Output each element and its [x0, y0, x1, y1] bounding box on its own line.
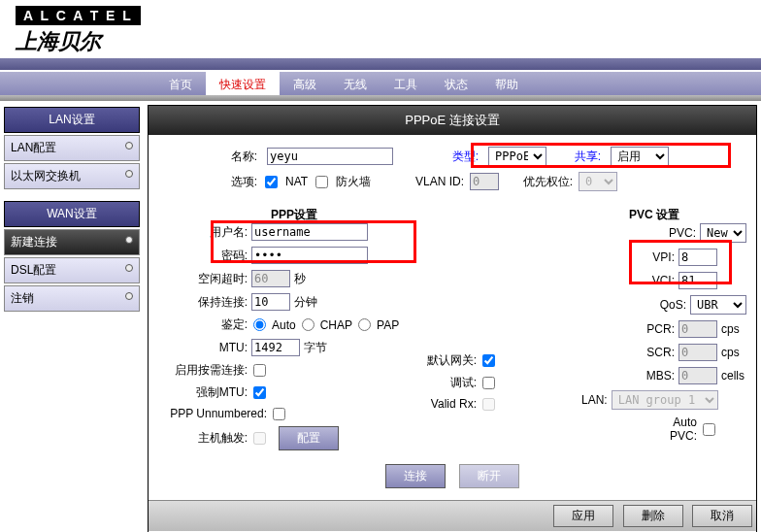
footer-bar: 应用 删除 取消 — [149, 500, 756, 531]
priority-label: 优先权位: — [505, 174, 573, 190]
ppp-head: PPP设置 — [158, 207, 381, 223]
name-input[interactable] — [267, 148, 393, 165]
sidebar-item-label: DSL配置 — [11, 263, 56, 277]
share-select[interactable]: 启用 — [611, 147, 669, 166]
type-label: 类型: — [403, 149, 479, 165]
sidebar-item-dsl-config[interactable]: DSL配置 — [4, 257, 140, 283]
type-select[interactable]: PPPoE — [488, 147, 546, 166]
logo-cn: 上海贝尔 — [16, 27, 745, 56]
sidebar-head-lan: LAN设置 — [4, 107, 140, 133]
sidebar: LAN设置 LAN配置 以太网交换机 WAN设置 新建连接 DSL配置 注销 — [0, 101, 144, 532]
validrx-checkbox — [482, 398, 495, 411]
header: A L C A T E L 上海贝尔 — [0, 0, 761, 58]
sidebar-head-wan: WAN设置 — [4, 201, 140, 227]
username-input[interactable] — [251, 223, 368, 241]
auth-chap-label: CHAP — [320, 318, 352, 332]
idle-unit: 秒 — [294, 271, 306, 287]
name-label: 名称: — [158, 149, 257, 165]
debug-label: 调试: — [399, 375, 477, 391]
config-button[interactable]: 配置 — [279, 426, 339, 450]
nav-quick-setup[interactable]: 快速设置 — [206, 72, 280, 95]
hosttrig-label: 主机触发: — [158, 430, 248, 447]
auth-auto-label: Auto — [272, 318, 296, 332]
sidebar-item-logout[interactable]: 注销 — [4, 285, 140, 312]
nav-status[interactable]: 状态 — [431, 72, 481, 95]
auth-label: 鉴定: — [158, 316, 248, 333]
scr-label: SCR: — [646, 346, 675, 359]
sidebar-item-label: 新建连接 — [11, 235, 57, 249]
auth-auto-radio[interactable] — [253, 318, 266, 331]
pcr-unit: cps — [721, 322, 746, 336]
firewall-label: 防火墙 — [336, 174, 371, 190]
mtu-input[interactable] — [251, 339, 300, 356]
unnum-checkbox[interactable] — [273, 408, 285, 420]
lan-label: LAN: — [581, 393, 608, 407]
side-dot-icon — [125, 264, 133, 272]
navbar: 首页 快速设置 高级 无线 工具 状态 帮助 — [0, 70, 761, 95]
defgw-checkbox[interactable] — [482, 354, 495, 367]
sidebar-item-label: 以太网交换机 — [11, 169, 81, 183]
qos-select[interactable]: UBR — [690, 295, 746, 315]
nat-checkbox[interactable] — [265, 176, 278, 188]
mtu-label: MTU: — [158, 341, 248, 354]
nav-help[interactable]: 帮助 — [481, 72, 532, 95]
mbs-label: MBS: — [646, 369, 675, 382]
pvc-head: PVC 设置 — [562, 207, 746, 223]
scr-input — [678, 344, 717, 361]
defgw-label: 默认网关: — [399, 352, 477, 369]
auth-chap-radio[interactable] — [302, 318, 314, 331]
forcemtu-checkbox[interactable] — [253, 386, 266, 399]
sidebar-item-eth-switch[interactable]: 以太网交换机 — [4, 163, 140, 189]
vlan-input — [470, 173, 499, 190]
pcr-label: PCR: — [646, 322, 675, 336]
pvc-select[interactable]: New — [700, 223, 746, 243]
sidebar-item-new-conn[interactable]: 新建连接 — [4, 229, 140, 255]
delete-button[interactable]: 删除 — [623, 505, 683, 527]
nav-wireless[interactable]: 无线 — [330, 72, 380, 95]
side-dot-icon — [125, 170, 133, 178]
mbs-input — [678, 367, 717, 384]
side-dot-icon — [125, 292, 133, 300]
vci-label: VCI: — [652, 274, 675, 287]
connect-button[interactable]: 连接 — [385, 464, 446, 488]
hosttrig-checkbox — [253, 432, 266, 445]
nav-tools[interactable]: 工具 — [380, 72, 431, 95]
ondemand-checkbox[interactable] — [253, 364, 266, 377]
auth-pap-radio[interactable] — [358, 318, 371, 331]
sidebar-item-label: 注销 — [11, 291, 34, 305]
nav-advanced[interactable]: 高级 — [280, 72, 330, 95]
apply-button[interactable]: 应用 — [553, 505, 613, 527]
page-title: PPPoE 连接设置 — [149, 106, 756, 135]
keep-input[interactable] — [251, 293, 290, 311]
logo-alcatel: A L C A T E L — [16, 6, 141, 25]
username-label: 用户名: — [158, 224, 248, 241]
keep-label: 保持连接: — [158, 294, 248, 311]
nav-home[interactable]: 首页 — [155, 72, 206, 95]
pvc-section: PVC 设置 PVC:New VPI: VCI: QoS:UBR PCR:cps… — [562, 207, 746, 456]
unnum-label: PPP Unnumbered: — [158, 407, 267, 420]
priority-select: 0 — [579, 172, 617, 191]
vci-input[interactable] — [678, 272, 717, 289]
side-dot-icon — [125, 236, 133, 244]
mtu-unit: 字节 — [304, 340, 327, 356]
main-panel: PPPoE 连接设置 名称: 类型: PPPoE 共享: 启用 选项: NAT … — [148, 105, 757, 532]
share-label: 共享: — [556, 149, 601, 165]
top-stripe — [0, 58, 761, 70]
mbs-unit: cells — [721, 369, 746, 382]
qos-label: QoS: — [660, 298, 686, 312]
cancel-button[interactable]: 取消 — [692, 505, 752, 527]
vlan-label: VLAN ID: — [377, 175, 464, 188]
autopvc-label: Auto PVC: — [670, 416, 697, 443]
vpi-input[interactable] — [678, 249, 717, 266]
sidebar-item-lan-config[interactable]: LAN配置 — [4, 135, 140, 161]
password-input[interactable] — [251, 247, 368, 264]
idle-input — [251, 270, 290, 287]
ondemand-label: 启用按需连接: — [158, 362, 248, 379]
scr-unit: cps — [721, 346, 746, 359]
firewall-checkbox[interactable] — [315, 176, 328, 188]
debug-checkbox[interactable] — [482, 377, 495, 389]
nat-label: NAT — [285, 175, 308, 188]
side-dot-icon — [125, 142, 133, 150]
forcemtu-label: 强制MTU: — [158, 384, 248, 401]
autopvc-checkbox[interactable] — [703, 423, 715, 436]
